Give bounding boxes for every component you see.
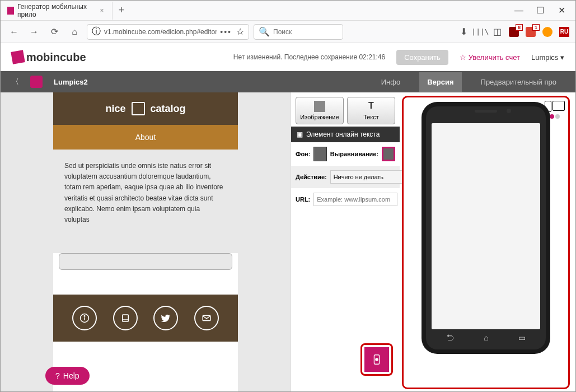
sidebar-icon[interactable]: ◫ [491, 26, 503, 38]
search-input[interactable] [273, 28, 338, 36]
browser-tab[interactable]: Генератор мобильных прило × [1, 2, 113, 20]
minimize-button[interactable]: — [509, 3, 528, 18]
ublock-icon[interactable]: 8 [508, 26, 519, 38]
phone-canvas[interactable]: nice catalog About Sed ut perspiciatis u… [53, 92, 238, 392]
canvas-area: nice catalog About Sed ut perspiciatis u… [1, 92, 291, 392]
promote-account-link[interactable]: ☆ Увеличить счет [460, 53, 520, 62]
logo-text: mobincube [26, 51, 86, 64]
editor-header: 〈 Lumpics2 Инфо Версия Предварительный п… [1, 71, 575, 92]
home-button[interactable]: ⌂ [67, 24, 82, 40]
device-frame: ⮌ ⌂ ▭ [422, 102, 550, 354]
downloads-icon[interactable]: ⬇ [458, 26, 469, 38]
url-label: URL: [296, 196, 310, 203]
square-icon [132, 102, 145, 115]
tab-title: Генератор мобильных прило [17, 3, 95, 18]
nav-back-icon[interactable]: ⮌ [446, 333, 454, 342]
tablet-layout-icon[interactable] [552, 101, 565, 111]
new-tab-button[interactable]: + [113, 2, 130, 20]
ru-ext-icon[interactable]: RU [559, 26, 570, 38]
library-icon[interactable]: |||\ [475, 26, 486, 38]
page-actions-icon[interactable]: ••• [220, 27, 232, 36]
mail-ext-icon[interactable]: 1 [525, 26, 536, 38]
smile-ext-icon[interactable] [542, 26, 553, 38]
reload-button[interactable]: ⟳ [46, 24, 62, 40]
twitter-icon[interactable] [153, 306, 178, 330]
device-dot[interactable] [555, 114, 560, 119]
device-preview-panel: ⮌ ⌂ ▭ [402, 96, 570, 389]
canvas-row[interactable] [59, 253, 232, 270]
tab-preview[interactable]: Предварительный про [473, 72, 564, 92]
preview-button-highlight [360, 343, 393, 376]
nav-home-icon[interactable]: ⌂ [484, 333, 488, 342]
book-icon[interactable] [113, 306, 138, 330]
help-button[interactable]: ? Help [45, 367, 90, 385]
app-name: Lumpics2 [54, 78, 362, 86]
window-controls: — ☐ ✕ [509, 3, 575, 18]
block-icon: ▣ [297, 130, 303, 138]
text-icon: T [366, 101, 377, 112]
url-text: v1.mobincube.com/edicion.php#editor/sec [104, 28, 217, 36]
canvas-header[interactable]: nice catalog [53, 92, 238, 125]
nav-recent-icon[interactable]: ▭ [518, 333, 526, 342]
canvas-footer[interactable] [53, 295, 238, 342]
close-button[interactable]: ✕ [552, 3, 571, 18]
svg-point-7 [375, 358, 378, 361]
app-root: mobincube Нет изменений. Последнее сохра… [1, 43, 575, 392]
canvas-spacer [53, 236, 238, 253]
help-icon: ? [55, 371, 60, 380]
device-nav-bar: ⮌ ⌂ ▭ [432, 329, 540, 346]
workspace: nice catalog About Sed ut perspiciatis u… [1, 92, 575, 392]
search-icon: 🔍 [259, 26, 270, 37]
svg-point-2 [85, 316, 86, 317]
star-icon: ☆ [460, 53, 466, 62]
device-screen[interactable] [432, 123, 540, 329]
canvas-about[interactable]: About [53, 125, 238, 150]
url-bar[interactable]: ⓘ v1.mobincube.com/edicion.php#editor/se… [87, 24, 249, 40]
section-header: ▣ Элемент онлайн текста [291, 127, 400, 142]
browser-nav-bar: ← → ⟳ ⌂ ⓘ v1.mobincube.com/edicion.php#e… [1, 21, 575, 43]
tab-favicon-icon [7, 7, 14, 15]
insert-image-button[interactable]: Изображение [296, 97, 344, 124]
forward-button[interactable]: → [26, 24, 42, 40]
save-status: Нет изменений. Последнее сохранение 02:2… [233, 53, 385, 61]
info-circle-icon[interactable] [72, 306, 97, 330]
insert-text-button[interactable]: T Текст [347, 97, 395, 124]
search-bar[interactable]: 🔍 [254, 24, 343, 40]
app-topbar: mobincube Нет изменений. Последнее сохра… [1, 43, 575, 71]
bookmark-star-icon[interactable]: ☆ [236, 26, 244, 37]
phone-play-icon [371, 353, 383, 366]
properties-panel: Изображение T Текст ▣ Элемент онлайн тек… [291, 92, 400, 392]
url-input[interactable] [313, 193, 397, 206]
logo-mark-icon [11, 50, 25, 64]
action-label: Действие: [296, 174, 327, 180]
user-menu[interactable]: Lumpics ▾ [531, 53, 564, 62]
bg-label: Фон: [296, 151, 310, 157]
image-icon [314, 101, 325, 112]
alignment-picker[interactable] [382, 147, 395, 161]
back-chevron-icon[interactable]: 〈 [12, 77, 19, 87]
back-button[interactable]: ← [6, 24, 22, 40]
tab-version[interactable]: Версия [419, 72, 461, 92]
align-label: Выравнивание: [330, 151, 378, 157]
svg-rect-3 [123, 315, 129, 321]
browser-tab-bar: Генератор мобильных прило × + — ☐ ✕ [1, 1, 575, 21]
speaker-icon [475, 110, 497, 113]
save-button[interactable]: Сохранить [396, 50, 448, 65]
maximize-button[interactable]: ☐ [531, 3, 550, 18]
logo[interactable]: mobincube [12, 51, 86, 64]
mail-icon[interactable] [194, 306, 219, 330]
bg-color-picker[interactable] [313, 147, 326, 161]
tab-info[interactable]: Инфо [373, 72, 408, 92]
device-dot-active[interactable] [550, 114, 554, 119]
preview-button[interactable] [364, 347, 389, 372]
app-thumbnail-icon[interactable] [30, 76, 43, 88]
canvas-selected-element[interactable] [59, 276, 232, 292]
info-icon[interactable]: ⓘ [92, 26, 101, 38]
camera-icon [507, 109, 511, 113]
close-icon[interactable]: × [99, 7, 105, 15]
canvas-body-text[interactable]: Sed ut perspiciatis unde omnis iste natu… [53, 150, 238, 236]
